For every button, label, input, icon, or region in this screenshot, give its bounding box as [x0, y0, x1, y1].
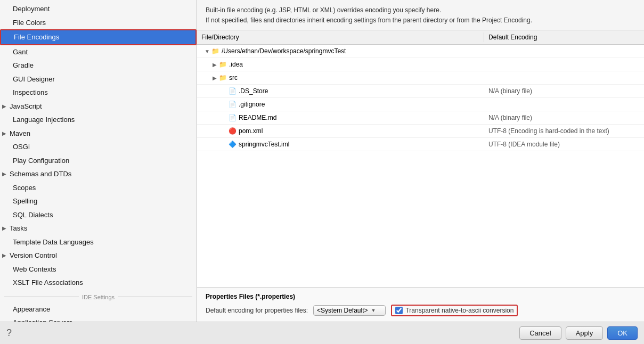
- expand-icon[interactable]: ▶: [211, 75, 218, 81]
- row-encoding-cell: N/A (binary file): [484, 113, 644, 122]
- javascript-arrow-icon: ▶: [2, 102, 9, 110]
- sidebar-item-schemas-dtds[interactable]: ▶ Schemas and DTDs: [0, 167, 197, 181]
- sidebar-item-deployment[interactable]: Deployment: [0, 2, 197, 16]
- row-file-label: .idea: [229, 61, 243, 68]
- properties-label: Default encoding for properties files:: [206, 307, 308, 314]
- tasks-arrow-icon: ▶: [2, 224, 9, 232]
- help-button[interactable]: ?: [6, 327, 12, 339]
- sidebar-item-spelling[interactable]: Spelling: [0, 194, 197, 208]
- version-control-arrow-icon: ▶: [2, 251, 9, 259]
- gant-label: Gant: [13, 47, 28, 58]
- sidebar-item-sql-dialects[interactable]: SQL Dialects: [0, 208, 197, 222]
- table-row[interactable]: ▶ 📁 src: [197, 71, 644, 85]
- table-row[interactable]: ▶ 📄 .DS_Store N/A (binary file): [197, 85, 644, 98]
- dialog-footer: ? Cancel Apply OK: [0, 322, 644, 344]
- sidebar-item-maven[interactable]: ▶ Maven: [0, 127, 197, 141]
- row-file-cell: ▶ 📄 .DS_Store: [197, 86, 484, 96]
- file-icon: 🔷: [228, 140, 237, 149]
- sidebar-item-web-contexts[interactable]: Web Contexts: [0, 263, 197, 276]
- play-configuration-label: Play Configuration: [13, 155, 69, 166]
- spelling-label: Spelling: [13, 196, 37, 207]
- row-file-label: .gitignore: [239, 101, 265, 108]
- row-encoding-cell: [484, 50, 644, 52]
- table-row[interactable]: ▶ 📄 .gitignore: [197, 98, 644, 111]
- web-contexts-label: Web Contexts: [13, 264, 56, 275]
- ide-settings-label: IDE Settings: [82, 294, 115, 300]
- row-encoding-cell: N/A (binary file): [484, 86, 644, 96]
- transparent-conversion-checkbox[interactable]: [395, 307, 403, 314]
- dialog-body: Deployment File Colors File Encodings Ga…: [0, 0, 644, 322]
- expand-icon[interactable]: ▼: [203, 48, 211, 54]
- ide-settings-divider: IDE Settings: [0, 290, 197, 302]
- sql-dialects-label: SQL Dialects: [13, 210, 53, 220]
- deployment-label: Deployment: [13, 4, 50, 14]
- file-icon: 🔴: [228, 127, 237, 135]
- row-file-cell: ▶ 🔷 springmvcTest.iml: [197, 139, 484, 150]
- gradle-label: Gradle: [13, 60, 34, 71]
- ok-button[interactable]: OK: [607, 326, 638, 340]
- table-row[interactable]: ▶ 📄 README.md N/A (binary file): [197, 111, 644, 125]
- schemas-arrow-icon: ▶: [2, 170, 9, 178]
- version-control-label: Version Control: [10, 250, 57, 261]
- row-file-cell: ▶ 🔴 pom.xml: [197, 126, 484, 136]
- tasks-label: Tasks: [10, 223, 27, 234]
- javascript-label: JavaScript: [10, 101, 42, 112]
- row-encoding-cell: [484, 103, 644, 105]
- table-row[interactable]: ▶ 🔴 pom.xml UTF-8 (Encoding is hard-code…: [197, 125, 644, 138]
- sidebar-item-version-control[interactable]: ▶ Version Control: [0, 249, 197, 263]
- table-row[interactable]: ▼ 📁 /Users/ethan/Dev/workspace/springmvc…: [197, 45, 644, 58]
- properties-panel: Properties Files (*.properties) Default …: [197, 287, 644, 322]
- sidebar: Deployment File Colors File Encodings Ga…: [0, 0, 197, 322]
- header-line1: Built-in file encoding (e.g. JSP, HTML o…: [206, 5, 635, 15]
- gui-designer-label: GUI Designer: [13, 74, 55, 85]
- table-row[interactable]: ▶ 📁 .idea: [197, 58, 644, 71]
- sidebar-item-play-configuration[interactable]: Play Configuration: [0, 154, 197, 168]
- row-file-cell: ▶ 📁 .idea: [197, 59, 484, 70]
- row-file-cell: ▶ 📁 src: [197, 72, 484, 83]
- folder-icon: 📁: [218, 60, 227, 69]
- row-encoding-cell: UTF-8 (Encoding is hard-coded in the tex…: [484, 126, 644, 136]
- row-file-label: pom.xml: [239, 127, 263, 135]
- appearance-label: Appearance: [13, 304, 50, 315]
- header-line2: If not specified, files and directories …: [206, 15, 635, 26]
- folder-icon: 📁: [218, 73, 227, 82]
- file-encodings-label: File Encodings: [14, 32, 59, 43]
- file-icon: 📄: [228, 100, 237, 109]
- sidebar-item-javascript[interactable]: ▶ JavaScript: [0, 100, 197, 113]
- settings-dialog: Deployment File Colors File Encodings Ga…: [0, 0, 644, 344]
- properties-row: Default encoding for properties files: <…: [206, 305, 635, 316]
- cancel-button[interactable]: Cancel: [519, 326, 561, 340]
- sidebar-item-gant[interactable]: Gant: [0, 45, 197, 59]
- row-file-label: /Users/ethan/Dev/workspace/springmvcTest: [222, 47, 346, 55]
- sidebar-item-language-injections[interactable]: Language Injections: [0, 113, 197, 127]
- language-injections-label: Language Injections: [13, 114, 75, 125]
- file-colors-label: File Colors: [13, 18, 46, 28]
- sidebar-item-xslt-file-assoc[interactable]: XSLT File Associations: [0, 276, 197, 290]
- sidebar-item-file-encodings[interactable]: File Encodings: [0, 29, 197, 45]
- maven-arrow-icon: ▶: [2, 129, 9, 137]
- table-row[interactable]: ▶ 🔷 springmvcTest.iml UTF-8 (IDEA module…: [197, 138, 644, 151]
- file-icon: 📄: [228, 87, 237, 95]
- sidebar-item-template-data-languages[interactable]: Template Data Languages: [0, 235, 197, 249]
- sidebar-item-gradle[interactable]: Gradle: [0, 59, 197, 72]
- table-header: File/Directory Default Encoding: [197, 30, 644, 45]
- sidebar-item-osgi[interactable]: OSGi: [0, 140, 197, 154]
- encoding-dropdown[interactable]: <System Default> ▼: [313, 305, 386, 316]
- main-content: Built-in file encoding (e.g. JSP, HTML o…: [197, 0, 644, 322]
- file-table[interactable]: File/Directory Default Encoding ▼ 📁 /Use…: [197, 30, 644, 287]
- apply-button[interactable]: Apply: [566, 326, 604, 340]
- properties-title: Properties Files (*.properties): [206, 293, 635, 300]
- maven-label: Maven: [10, 128, 30, 139]
- sidebar-item-tasks[interactable]: ▶ Tasks: [0, 222, 197, 235]
- osgi-label: OSGi: [13, 142, 30, 152]
- sidebar-item-inspections[interactable]: Inspections: [0, 86, 197, 100]
- expand-icon[interactable]: ▶: [211, 62, 218, 68]
- sidebar-item-gui-designer[interactable]: GUI Designer: [0, 72, 197, 86]
- row-file-label: .DS_Store: [239, 87, 268, 95]
- sidebar-item-file-colors[interactable]: File Colors: [0, 16, 197, 30]
- row-file-label: README.md: [239, 114, 276, 121]
- sidebar-item-scopes[interactable]: Scopes: [0, 181, 197, 195]
- dropdown-value: <System Default>: [317, 307, 368, 314]
- sidebar-item-appearance[interactable]: Appearance: [0, 302, 197, 316]
- sidebar-item-application-servers[interactable]: Application Servers: [0, 316, 197, 322]
